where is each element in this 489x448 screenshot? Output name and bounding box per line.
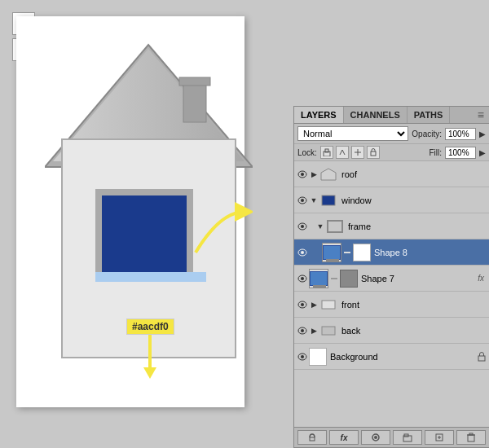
lock-transparent-icon[interactable] <box>320 146 333 159</box>
color-annotation: #aacdf0 <box>126 318 174 379</box>
layer-thumb-roof <box>319 165 338 184</box>
layer-roof[interactable]: ▶ roof <box>294 161 489 187</box>
layer-lock-background <box>476 351 487 362</box>
svg-point-47 <box>374 436 377 439</box>
opacity-value[interactable]: 100% <box>445 128 476 140</box>
svg-point-28 <box>301 225 304 228</box>
svg-point-40 <box>301 329 304 332</box>
layer-thumb-window <box>319 191 338 210</box>
layer-shape8[interactable]: Shape 8 <box>294 239 489 266</box>
tab-layers[interactable]: LAYERS <box>294 107 344 123</box>
layer-thumb-back <box>319 321 338 340</box>
svg-rect-32 <box>344 252 350 253</box>
layer-name-shape7: Shape 7 <box>361 274 478 283</box>
new-layer-button[interactable] <box>425 430 454 445</box>
layer-name-roof: roof <box>341 169 487 179</box>
fill-arrow[interactable]: ▶ <box>479 148 486 157</box>
svg-rect-41 <box>322 327 335 335</box>
layer-thumb-background <box>309 348 327 366</box>
fill-value[interactable]: 100% <box>445 147 476 159</box>
fx-button[interactable]: fx <box>329 430 359 445</box>
blend-mode-select[interactable]: Normal <box>297 126 408 141</box>
svg-rect-21 <box>371 152 376 156</box>
layer-fx-shape7: fx <box>478 274 484 283</box>
lock-label: Lock: <box>297 148 317 157</box>
layer-thumb-frame <box>325 217 345 236</box>
svg-point-37 <box>301 303 304 306</box>
layer-name-back: back <box>341 326 487 336</box>
lock-position-icon[interactable] <box>351 146 364 159</box>
layer-back[interactable]: ▶ back <box>294 318 489 344</box>
layer-window[interactable]: ▼ window <box>294 187 489 213</box>
shape8-arrow <box>187 195 253 264</box>
svg-rect-45 <box>310 437 315 441</box>
panel-bottom-toolbar: fx <box>294 427 489 447</box>
layer-frame[interactable]: ▼ frame <box>294 213 489 239</box>
fill-label: Fill: <box>429 148 442 157</box>
layer-eye-back[interactable] <box>296 324 309 337</box>
layer-thumb-shape8 <box>322 243 341 262</box>
layer-eye-window[interactable] <box>296 194 309 207</box>
layer-thumb-front <box>319 295 338 314</box>
panel-tabs: LAYERS CHANNELS PATHS ≡ <box>294 107 489 124</box>
delete-layer-button[interactable] <box>456 430 486 445</box>
layer-expand-window[interactable]: ▼ <box>309 195 319 205</box>
svg-rect-35 <box>331 278 337 279</box>
svg-rect-55 <box>469 433 473 435</box>
layer-name-front: front <box>341 300 487 310</box>
layer-name-window: window <box>341 195 487 205</box>
arrow-head-down <box>143 367 156 379</box>
new-group-button[interactable] <box>393 430 422 445</box>
lock-icons-group <box>320 146 380 159</box>
svg-point-23 <box>301 173 304 176</box>
lock-row: Lock: Fill: 100% ▶ <box>294 144 489 161</box>
panel-options-button[interactable]: ≡ <box>473 107 489 123</box>
layers-list: ▶ roof ▼ window ▼ <box>294 161 489 427</box>
layer-eye-shape8[interactable] <box>296 246 309 259</box>
layer-thumb-shape7 <box>309 269 328 288</box>
add-mask-button[interactable] <box>361 430 390 445</box>
svg-rect-14 <box>183 81 206 122</box>
svg-point-31 <box>301 251 304 254</box>
svg-point-25 <box>301 199 304 202</box>
tab-paths[interactable]: PATHS <box>408 107 451 123</box>
layer-expand-front[interactable]: ▶ <box>309 300 319 310</box>
layer-background[interactable]: Background <box>294 344 489 370</box>
tab-channels[interactable]: CHANNELS <box>344 107 408 123</box>
layer-expand-roof[interactable]: ▶ <box>309 169 319 179</box>
svg-rect-15 <box>179 77 210 86</box>
layer-eye-shape7[interactable] <box>296 272 309 285</box>
layer-mask-shape7 <box>340 270 358 288</box>
house-window <box>95 189 193 279</box>
layer-expand-frame[interactable]: ▼ <box>315 222 325 231</box>
monitor-thumb-shape7 <box>310 271 328 286</box>
color-label: #aacdf0 <box>126 318 174 335</box>
monitor-thumb-shape8 <box>323 245 341 260</box>
layer-link-shape8[interactable] <box>341 247 353 258</box>
layer-name-background: Background <box>330 352 476 362</box>
layer-link-shape7[interactable] <box>328 273 340 284</box>
link-layers-button[interactable] <box>297 430 327 445</box>
svg-point-34 <box>301 277 304 280</box>
layer-front[interactable]: ▶ front <box>294 292 489 318</box>
layer-eye-front[interactable] <box>296 298 309 311</box>
arrow-shaft <box>148 335 152 367</box>
layer-mask-shape8 <box>353 244 371 261</box>
lock-all-icon[interactable] <box>367 146 380 159</box>
layer-eye-frame[interactable] <box>296 220 309 233</box>
svg-point-43 <box>301 355 304 358</box>
layer-expand-back[interactable]: ▶ <box>309 326 319 336</box>
layer-eye-background[interactable] <box>296 350 309 363</box>
layer-shape7[interactable]: Shape 7 fx <box>294 266 489 292</box>
svg-rect-29 <box>328 221 342 232</box>
layer-eye-roof[interactable] <box>296 168 309 181</box>
lock-pixels-icon[interactable] <box>336 146 349 159</box>
svg-rect-38 <box>322 301 335 309</box>
blend-mode-row: Normal Opacity: 100% ▶ <box>294 124 489 144</box>
layer-name-shape8: Shape 8 <box>374 248 487 257</box>
arrow-container <box>143 335 156 379</box>
window-sill <box>95 272 206 282</box>
opacity-arrow[interactable]: ▶ <box>479 130 486 138</box>
layers-panel: LAYERS CHANNELS PATHS ≡ Normal Opacity: … <box>293 106 489 448</box>
svg-rect-26 <box>322 195 335 205</box>
